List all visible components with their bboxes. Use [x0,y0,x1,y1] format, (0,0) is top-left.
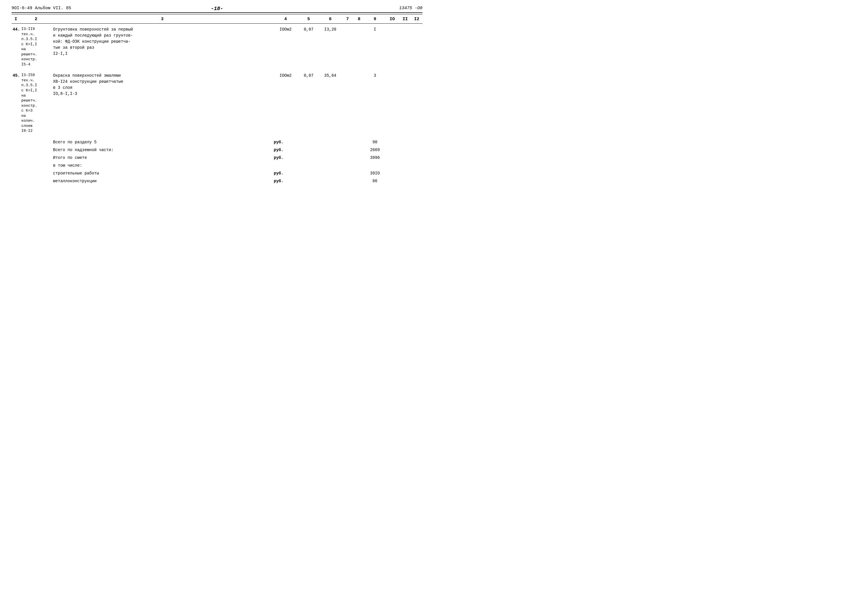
col-header-10: IO [385,17,400,22]
row-col7-44 [342,26,353,67]
summary-empty-8 [400,139,411,145]
summary-empty-3 [299,139,319,145]
column-headers: I 2 3 4 5 6 7 8 9 IO II I2 [11,15,423,24]
summary-value-6: 86 [365,178,385,184]
col-header-5: 5 [299,17,319,22]
row-col6-45: 35,64 [319,73,342,133]
summary-row-3: Итого по смете руб. 3996 [11,155,423,161]
summary-row-5: строительные работы руб. 39IO [11,171,423,177]
row-unit-45: IOOм2 [273,73,299,133]
summary-label-6: металлоконструкции [52,178,273,184]
table-body: 44. I3-II9тех.ч.п.3.5.Iс К=I,Iнарешетч.к… [11,26,423,184]
page-header: 9OI-6-49 Альбом VII. 85 -18- 13475 -O8 [11,6,423,11]
summary-empty-5 [342,139,353,145]
col-header-3: 3 [52,17,273,22]
row-col10-44 [385,26,400,67]
row-desc-45: Окраска поверхностей эмалямиХВ-I24 конст… [52,73,273,133]
summary-value-1: 90 [365,139,385,145]
row-col8-45 [353,73,365,133]
row-col5-44: 0,07 [299,26,319,67]
table-row: 45. I3-I59тех.ч.п.3.5.Iс К=I,Iнарешетч.к… [11,73,423,133]
row-col11-45 [400,73,411,133]
summary-empty-6 [353,139,365,145]
summary-value-3: 3996 [365,155,385,161]
summary-row-4: в том числе: [11,163,423,169]
col-header-8: 8 [353,17,365,22]
row-number-44: 44. [11,26,20,67]
summary-label-3: Итого по смете [52,155,273,161]
summary-row-2: Всего по надземной части: руб. 2669 [11,147,423,153]
col-header-6: 6 [319,17,342,22]
summary-row-1: Всего по разделу 5 руб. 90 [11,139,423,145]
col-header-7: 7 [342,17,353,22]
row-col5-45: 0,07 [299,73,319,133]
row-code-44: I3-II9тех.ч.п.3.5.Iс К=I,Iнарешетч.конст… [20,26,52,67]
summary-empty-2 [20,139,52,145]
header-left: 9OI-6-49 Альбом VII. 85 [11,6,71,11]
row-col9-44: I [365,26,385,67]
col-header-2: 2 [20,17,52,22]
row-col10-45 [385,73,400,133]
summary-unit-1: руб. [273,139,299,145]
summary-unit-2: руб. [273,147,299,153]
summary-empty-4 [319,139,342,145]
summary-label-1: Всего по разделу 5 [52,139,273,145]
summary-section: Всего по разделу 5 руб. 90 Всего по надз… [11,139,423,184]
col-header-4: 4 [273,17,299,22]
row-col7-45 [342,73,353,133]
summary-label-4: в том числе: [52,163,273,169]
summary-value-5: 39IO [365,171,385,177]
col-header-1: I [11,17,20,22]
row-col11-44 [400,26,411,67]
row-code-45: I3-I59тех.ч.п.3.5.Iс К=I,Iнарешетч.конст… [20,73,52,133]
summary-label-2: Всего по надземной части: [52,147,273,153]
row-col9-45: 3 [365,73,385,133]
header-right: 13475 -O8 [399,6,423,11]
header-center: -18- [211,6,223,11]
thick-divider [11,12,423,13]
row-number-45: 45. [11,73,20,133]
summary-unit-5: руб. [273,171,299,177]
summary-empty-9 [411,139,423,145]
col-header-9: 9 [365,17,385,22]
summary-empty-7 [385,139,400,145]
row-col6-44: I3,20 [319,26,342,67]
row-col8-44 [353,26,365,67]
summary-unit-3: руб. [273,155,299,161]
summary-unit-6: руб. [273,178,299,184]
col-header-11: II [400,17,411,22]
row-col12-44 [411,26,423,67]
summary-label-5: строительные работы [52,171,273,177]
row-desc-44: Огрунтовка поверхностей за первыйи кажды… [52,26,273,67]
summary-empty-1 [11,139,20,145]
thin-divider [11,14,423,14]
table-row: 44. I3-II9тех.ч.п.3.5.Iс К=I,Iнарешетч.к… [11,26,423,67]
col-header-12: I2 [411,17,423,22]
summary-value-2: 2669 [365,147,385,153]
row-unit-44: IOOм2 [273,26,299,67]
row-col12-45 [411,73,423,133]
summary-row-6: металлоконструкции руб. 86 [11,178,423,184]
